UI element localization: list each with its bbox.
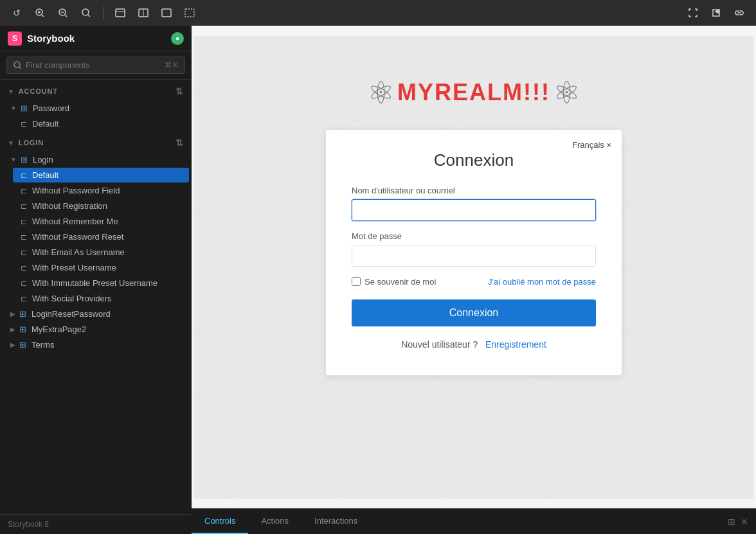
- sidebar-item-without-password[interactable]: ⊏ Without Password Field: [13, 183, 189, 198]
- search-box: ⌘ K: [6, 57, 185, 74]
- section-account-header[interactable]: ▼ ACCOUNT ⇅: [0, 82, 192, 100]
- sidebar-item-immutable-preset[interactable]: ⊏ With Immutable Preset Username: [13, 276, 189, 290]
- section-account-chevron: ▼: [8, 88, 15, 95]
- terms-chevron: ▶: [10, 341, 15, 348]
- section-login-expand-icon: ⇅: [176, 138, 184, 148]
- toolbar-fullscreen-icon[interactable]: [684, 4, 702, 22]
- story-icon-without-remember-me: ⊏: [21, 217, 27, 226]
- toolbar-layout3-icon[interactable]: [158, 4, 176, 22]
- sidebar-item-without-remember-me[interactable]: ⊏ Without Remember Me: [13, 214, 189, 229]
- toolbar-layout2-icon[interactable]: [134, 4, 152, 22]
- page-preview: ⚛ MYREALM!!! ⚛ Français × Connexion Nom …: [194, 36, 753, 499]
- preview-canvas: ⚛ MYREALM!!! ⚛ Français × Connexion Nom …: [192, 26, 756, 508]
- login-children: ⊏ Default ⊏ Without Password Field ⊏ Wit…: [0, 168, 192, 306]
- sidebar-header: S Storybook ●: [0, 26, 192, 51]
- tab-controls[interactable]: Controls: [192, 509, 248, 534]
- svg-line-8: [88, 15, 90, 17]
- sidebar-item-without-registration[interactable]: ⊏ Without Registration: [13, 199, 189, 213]
- login-card: Français × Connexion Nom d'utilisateur o…: [326, 130, 622, 375]
- sidebar-item-social-providers[interactable]: ⊏ With Social Providers: [13, 291, 189, 306]
- new-user-text: Nouvel utilisateur ?: [401, 339, 478, 350]
- remember-me-checkbox[interactable]: [352, 277, 361, 286]
- story-icon-email-as-username: ⊏: [21, 248, 27, 257]
- sidebar-item-without-password-reset[interactable]: ⊏ Without Password Reset: [13, 229, 189, 244]
- username-input[interactable]: [352, 199, 596, 221]
- panel-split-icon[interactable]: ⊞: [728, 517, 735, 527]
- section-login-header[interactable]: ▼ LOGIN ⇅: [0, 134, 192, 152]
- sidebar-item-without-password-reset-label: Without Password Reset: [32, 232, 123, 242]
- password-group: Mot de passe: [352, 231, 596, 267]
- login-reset-chevron: ▶: [10, 310, 15, 317]
- toolbar-layout1-icon[interactable]: [111, 4, 129, 22]
- svg-line-16: [19, 67, 21, 69]
- tab-actions[interactable]: Actions: [248, 509, 302, 534]
- toolbar-zoom-out-icon[interactable]: [54, 4, 72, 22]
- storybook-logo: S Storybook: [8, 31, 75, 46]
- bottom-tabs: Controls Actions Interactions: [192, 509, 370, 534]
- sidebar-item-password-default[interactable]: ⊏ Default: [13, 116, 189, 131]
- search-icon: [14, 61, 22, 69]
- storybook-notification-badge[interactable]: ●: [171, 32, 184, 45]
- sidebar-item-terms-label: Terms: [32, 340, 54, 350]
- sidebar-item-without-registration-label: Without Registration: [32, 201, 107, 211]
- section-account-expand-icon: ⇅: [176, 86, 184, 96]
- remember-me-label[interactable]: Se souvenir de moi: [352, 277, 436, 287]
- login-group-chevron: ▼: [10, 156, 17, 163]
- sidebar-item-email-as-username[interactable]: ⊏ With Email As Username: [13, 245, 189, 260]
- sidebar-nav: ▼ ACCOUNT ⇅ ▼ ⊞ Password ⊏ Default: [0, 80, 192, 514]
- toolbar-divider-1: [103, 6, 104, 19]
- story-icon-without-password: ⊏: [21, 186, 27, 195]
- sidebar-item-login-reset-group[interactable]: ▶ ⊞ LoginResetPassword: [3, 307, 189, 321]
- story-icon-social-providers: ⊏: [21, 294, 27, 303]
- username-label: Nom d'utilisateur ou courriel: [352, 186, 596, 195]
- toolbar-link-icon[interactable]: [730, 4, 748, 22]
- storybook-logo-text: Storybook: [27, 33, 75, 44]
- password-input[interactable]: [352, 245, 596, 267]
- toolbar-home-icon[interactable]: ↺: [8, 4, 26, 22]
- atom-left-icon: ⚛: [367, 75, 395, 111]
- sidebar-item-with-preset-username-label: With Preset Username: [32, 263, 116, 272]
- storybook-logo-icon: S: [8, 31, 22, 46]
- toolbar: ↺: [0, 0, 756, 26]
- panel-close-icon[interactable]: ✕: [741, 517, 748, 527]
- tab-interactions[interactable]: Interactions: [302, 509, 370, 534]
- sidebar-search-container: ⌘ K: [0, 51, 192, 80]
- sidebar-item-login-default[interactable]: ⊏ Default: [13, 168, 189, 182]
- search-input[interactable]: [26, 60, 161, 70]
- toolbar-layout4-icon[interactable]: [181, 4, 199, 22]
- sidebar-item-password-group[interactable]: ▼ ⊞ Password: [3, 101, 189, 116]
- login-group-icon: ⊞: [21, 155, 28, 165]
- sidebar-item-email-as-username-label: With Email As Username: [32, 247, 125, 257]
- password-label: Mot de passe: [352, 231, 596, 241]
- remember-row: Se souvenir de moi J'ai oublié mon mot d…: [352, 277, 596, 287]
- story-icon-login-default: ⊏: [21, 171, 27, 180]
- sidebar-item-login-group[interactable]: ▼ ⊞ Login: [3, 152, 189, 167]
- toolbar-zoom-in-icon[interactable]: [31, 4, 49, 22]
- sidebar-item-login-reset-label: LoginResetPassword: [32, 309, 111, 319]
- story-icon-password-default: ⊏: [21, 120, 27, 129]
- sidebar-footer: Storybook 8: [0, 514, 192, 534]
- username-group: Nom d'utilisateur ou courriel: [352, 186, 596, 221]
- story-icon-without-registration: ⊏: [21, 202, 27, 211]
- language-selector[interactable]: Français ×: [572, 140, 611, 150]
- svg-rect-9: [116, 9, 125, 17]
- myextra-group-icon: ⊞: [19, 325, 26, 334]
- section-login-label: LOGIN: [19, 139, 44, 147]
- forgot-password-link[interactable]: J'ai oublié mon mot de passe: [488, 277, 596, 287]
- login-button[interactable]: Connexion: [352, 299, 596, 326]
- sidebar-item-password-label: Password: [33, 103, 69, 113]
- sidebar-item-terms-group[interactable]: ▶ ⊞ Terms: [3, 337, 189, 352]
- password-children: ⊏ Default: [0, 116, 192, 131]
- sidebar-item-myextra-group[interactable]: ▶ ⊞ MyExtraPage2: [3, 322, 189, 337]
- myextra-chevron: ▶: [10, 326, 15, 333]
- toolbar-open-icon[interactable]: [707, 4, 725, 22]
- realm-text: MYREALM!!!: [397, 79, 550, 106]
- sidebar-item-immutable-preset-label: With Immutable Preset Username: [32, 278, 158, 288]
- sidebar-item-with-preset-username[interactable]: ⊏ With Preset Username: [13, 260, 189, 275]
- sidebar-item-login-label: Login: [33, 155, 53, 165]
- toolbar-reset-zoom-icon[interactable]: [77, 4, 95, 22]
- register-link[interactable]: Enregistrement: [485, 339, 546, 350]
- terms-group-icon: ⊞: [19, 340, 26, 350]
- section-login-chevron: ▼: [8, 139, 15, 147]
- login-reset-group-icon: ⊞: [19, 309, 26, 319]
